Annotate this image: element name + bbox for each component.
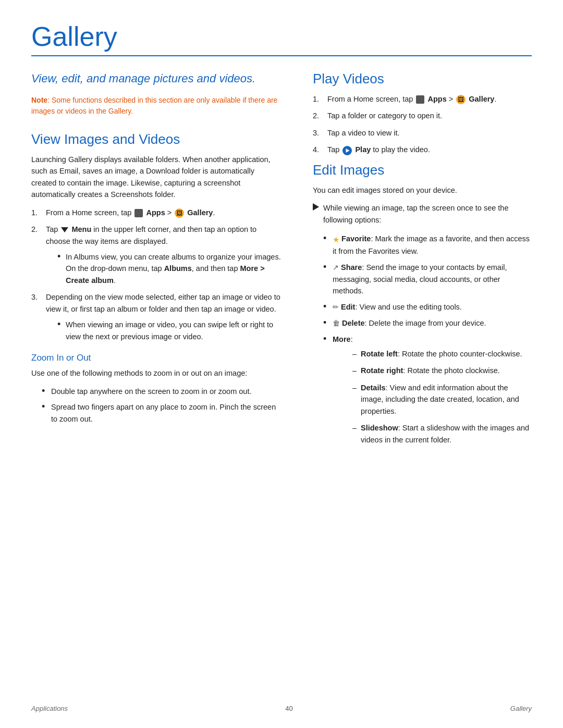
play-videos-steps: From a Home screen, tap Apps > Gallery. … — [313, 93, 532, 156]
delete-label: Delete — [342, 319, 365, 327]
right-column: Play Videos From a Home screen, tap Apps… — [313, 71, 532, 451]
triangle-icon — [313, 203, 319, 211]
footer-right: Gallery — [510, 705, 532, 712]
view-images-steps: From a Home screen, tap Apps > Gallery. … — [31, 207, 282, 343]
play-icon — [342, 146, 352, 155]
section-view-images-heading: View Images and Videos — [31, 131, 282, 147]
title-divider — [31, 55, 532, 56]
zoom-bullet-2: Spread two fingers apart on any place to… — [42, 401, 282, 425]
zoom-bullet-1: Double tap anywhere on the screen to zoo… — [42, 386, 282, 397]
triangle-bullet-row: While viewing an image, tap the screen o… — [313, 202, 532, 226]
note-paragraph: Note: Some functions described in this s… — [31, 95, 282, 117]
step-2-menu-label: Menu — [71, 225, 91, 233]
note-label: Note — [31, 96, 47, 104]
pv-play-label: Play — [355, 145, 371, 154]
share-icon: ↗ — [333, 263, 339, 272]
section-edit-images-heading: Edit Images — [313, 162, 532, 178]
zoom-bullets: Double tap anywhere on the screen to zoo… — [31, 386, 282, 425]
subsection-zoom-heading: Zoom In or Out — [31, 353, 282, 363]
section-play-videos-heading: Play Videos — [313, 71, 532, 87]
favorite-label: Favorite — [341, 235, 371, 243]
pv-apps-icon — [416, 95, 424, 104]
edit-option-share: ↗ Share: Send the image to your contacts… — [323, 262, 532, 297]
edit-option-favorite: ★ Favorite: Mark the image as a favorite… — [323, 233, 532, 257]
section-view-images-intro: Launching Gallery displays available fol… — [31, 154, 282, 201]
step-1-gallery-label: Gallery — [187, 208, 213, 217]
edit-option-delete: 🗑 Delete: Delete the image from your dev… — [323, 317, 532, 329]
apps-icon — [134, 209, 143, 217]
left-column: View, edit, and manage pictures and vide… — [31, 71, 282, 451]
pv-gallery-icon — [456, 95, 466, 104]
step-2-bullet-1: In Albums view, you can create albums to… — [57, 251, 282, 286]
edit-option-more: More: Rotate left: Rotate the photo coun… — [323, 334, 532, 446]
step-3-text: Depending on the view mode selected, eit… — [46, 293, 280, 313]
edit-images-intro: You can edit images stored on your devic… — [313, 184, 532, 196]
edit-label: Edit — [341, 303, 355, 311]
pv-step-3: Tap a video to view it. — [313, 127, 532, 139]
more-details: Details: View and edit information about… — [352, 382, 532, 417]
step-1-apps-label: Apps — [146, 208, 165, 217]
footer-page-number: 40 — [285, 705, 292, 712]
pv-step-2: Tap a folder or category to open it. — [313, 110, 532, 121]
step-3: Depending on the view mode selected, eit… — [31, 291, 282, 342]
step-1: From a Home screen, tap Apps > Gallery. — [31, 207, 282, 218]
gallery-icon — [175, 208, 184, 218]
footer-left: Applications — [31, 705, 68, 712]
step-3-bullet-1: When viewing an image or video, you can … — [57, 319, 282, 342]
step-2-subbullets: In Albums view, you can create albums to… — [46, 251, 282, 286]
edit-option-edit: ✏ Edit: View and use the editing tools. — [323, 301, 532, 313]
step-2-text: Tap Menu in the upper left corner, and t… — [46, 225, 256, 245]
more-label: More — [333, 335, 351, 343]
page-title: Gallery — [31, 21, 532, 52]
pv-gallery-label: Gallery — [469, 95, 494, 103]
share-label: Share — [341, 263, 362, 272]
triangle-bullet-text: While viewing an image, tap the screen o… — [323, 202, 532, 226]
note-body: Some functions described in this section… — [31, 96, 277, 115]
edit-icon: ✏ — [333, 303, 339, 311]
subtitle: View, edit, and manage pictures and vide… — [31, 71, 282, 87]
delete-icon: 🗑 — [333, 319, 340, 327]
step-2: Tap Menu in the upper left corner, and t… — [31, 224, 282, 286]
pv-step-1: From a Home screen, tap Apps > Gallery. — [313, 93, 532, 105]
zoom-intro: Use one of the following methods to zoom… — [31, 367, 282, 379]
more-rotate-right: Rotate right: Rotate the photo clockwise… — [352, 365, 532, 376]
more-subitems: Rotate left: Rotate the photo counter-cl… — [333, 348, 532, 446]
edit-options-list: ★ Favorite: Mark the image as a favorite… — [313, 233, 532, 446]
pv-step-4: Tap Play to play the video. — [313, 144, 532, 155]
menu-icon — [61, 227, 68, 232]
star-icon: ★ — [333, 235, 339, 244]
step-3-subbullets: When viewing an image or video, you can … — [46, 319, 282, 342]
more-slideshow: Slideshow: Start a slideshow with the im… — [352, 422, 532, 446]
page-footer: Applications 40 Gallery — [31, 705, 532, 712]
step-1-text: From a Home screen, tap Apps > Gallery. — [46, 208, 215, 217]
pv-apps-label: Apps — [427, 95, 446, 103]
more-rotate-left: Rotate left: Rotate the photo counter-cl… — [352, 348, 532, 360]
main-content: View, edit, and manage pictures and vide… — [31, 71, 532, 451]
